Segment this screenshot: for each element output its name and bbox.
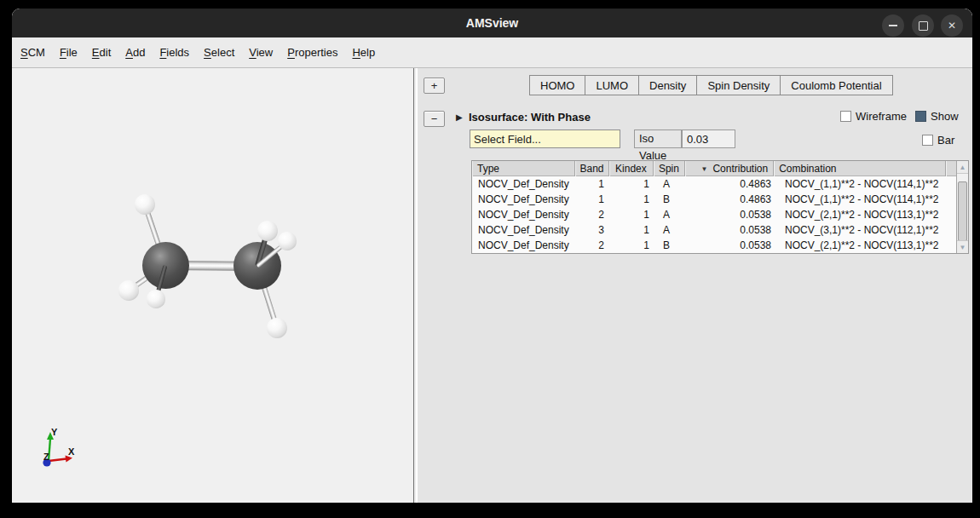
bar-check-group: Bar [922, 134, 954, 147]
cell-combination: NOCV_(2,1)**2 - NOCV(113,1)**2 [778, 207, 953, 222]
wireframe-checkbox[interactable] [840, 111, 851, 122]
atom-H[interactable] [267, 318, 288, 339]
table-row[interactable]: NOCV_Def_Density11A0.4863NOCV_(1,1)**2 -… [472, 176, 956, 192]
view-button-density[interactable]: Density [638, 75, 697, 95]
view-button-homo[interactable]: HOMO [529, 75, 585, 95]
menu-edit[interactable]: Edit [90, 44, 112, 60]
column-header-spin[interactable]: Spin [654, 161, 685, 176]
close-icon: ✕ [948, 20, 956, 32]
axis-triad: Y X Z [27, 409, 104, 477]
cell-band: 2 [577, 238, 611, 253]
column-header-combination[interactable]: Combination [774, 161, 946, 176]
cell-spin: B [656, 238, 688, 253]
cell-type: NOCV_Def_Density [472, 238, 577, 253]
menubar: SCMFileEditAddFieldsSelectViewProperties… [12, 37, 972, 68]
cell-combination: NOCV_(1,1)**2 - NOCV(114,1)**2 [778, 192, 953, 207]
scroll-down-button[interactable]: ▼ [957, 240, 968, 253]
minimize-button[interactable] [882, 14, 904, 37]
main-content: Y X Z + HOMOLUMODensitySpin DensityCoulo… [12, 68, 972, 503]
cell-contribution: 0.0538 [688, 238, 778, 253]
table-row[interactable]: NOCV_Def_Density11B0.4863NOCV_(1,1)**2 -… [472, 192, 956, 207]
atom-H[interactable] [118, 280, 138, 300]
x-axis-line [49, 459, 66, 462]
table-row[interactable]: NOCV_Def_Density31A0.0538NOCV_(3,1)**2 -… [472, 222, 956, 238]
app-window: AMSview ✕ SCMFileEditAddFieldsSelectView… [12, 9, 972, 503]
bar-checkbox[interactable] [922, 135, 933, 146]
menu-view[interactable]: View [247, 44, 274, 60]
atom-H[interactable] [135, 194, 156, 216]
molecule-viewport[interactable]: Y X Z [12, 68, 412, 503]
x-axis-label: X [68, 446, 75, 457]
cell-contribution: 0.4863 [688, 176, 778, 192]
cell-type: NOCV_Def_Density [472, 207, 577, 222]
view-button-spin-density[interactable]: Spin Density [696, 75, 781, 95]
atom-H[interactable] [147, 290, 164, 308]
scroll-down-icon: ▼ [960, 244, 966, 251]
column-label: Band [579, 163, 603, 175]
cell-band: 3 [577, 222, 611, 238]
column-header-contribution[interactable]: ▼Contribution [685, 161, 774, 176]
atom-H[interactable] [257, 221, 279, 242]
fields-panel: + HOMOLUMODensitySpin DensityCoulomb Pot… [418, 68, 972, 503]
menu-properties[interactable]: Properties [285, 44, 339, 60]
table-header: TypeBandKindexSpin▼ContributionCombinati… [472, 161, 956, 176]
maximize-button[interactable] [912, 14, 934, 37]
fields-table: TypeBandKindexSpin▼ContributionCombinati… [471, 160, 969, 254]
scrollbar-thumb[interactable] [958, 181, 967, 241]
cell-combination: NOCV_(2,1)**2 - NOCV(113,1)**2 [778, 238, 953, 253]
show-checkbox[interactable] [915, 111, 926, 122]
column-label: Spin [659, 163, 679, 175]
bar-label: Bar [937, 134, 954, 147]
screen: { "window": { "title": "AMSview", "close… [0, 0, 980, 518]
minimize-icon [889, 25, 897, 26]
select-field-input[interactable] [470, 130, 620, 148]
show-label: Show [931, 110, 959, 123]
table-body: NOCV_Def_Density11A0.4863NOCV_(1,1)**2 -… [472, 176, 956, 253]
table-row[interactable]: NOCV_Def_Density21B0.0538NOCV_(2,1)**2 -… [472, 238, 956, 253]
y-axis-label: Y [51, 427, 58, 437]
menu-select[interactable]: Select [202, 44, 236, 60]
atom-H[interactable] [278, 232, 296, 250]
iso-value-label: Iso Value [634, 130, 682, 148]
cell-kindex: 1 [611, 238, 656, 253]
menu-add[interactable]: Add [124, 44, 147, 60]
cell-spin: B [656, 192, 688, 207]
cell-band: 2 [577, 207, 611, 222]
window-title: AMSview [12, 9, 972, 37]
column-label: Combination [779, 163, 836, 175]
cell-spin: A [656, 207, 688, 222]
menu-file[interactable]: File [58, 44, 79, 60]
menu-scm[interactable]: SCM [19, 44, 47, 60]
wireframe-label: Wireframe [856, 110, 907, 123]
panel-splitter[interactable] [412, 68, 418, 503]
disclosure-triangle-icon[interactable]: ▶ [456, 112, 463, 123]
table-scrollbar[interactable]: ▲ ▼ [956, 161, 968, 253]
cell-spin: A [656, 222, 688, 238]
menu-fields[interactable]: Fields [158, 44, 191, 60]
column-header-type[interactable]: Type [472, 161, 575, 176]
scroll-up-button[interactable]: ▲ [957, 161, 968, 174]
cell-type: NOCV_Def_Density [472, 222, 577, 238]
cell-contribution: 0.0538 [688, 222, 778, 238]
maximize-icon [919, 21, 928, 31]
menu-help[interactable]: Help [350, 44, 377, 60]
cell-kindex: 1 [611, 176, 656, 192]
table-row[interactable]: NOCV_Def_Density21A0.0538NOCV_(2,1)**2 -… [472, 207, 956, 222]
isosurface-section-title: Isosurface: With Phase [469, 111, 591, 124]
cell-contribution: 0.0538 [688, 207, 778, 222]
remove-field-button[interactable]: − [424, 111, 445, 127]
column-header-kindex[interactable]: Kindex [609, 161, 654, 176]
cell-spin: A [656, 176, 688, 192]
column-label: Contribution [712, 163, 768, 175]
view-button-lumo[interactable]: LUMO [585, 75, 639, 95]
scroll-up-icon: ▲ [960, 164, 966, 171]
column-header-band[interactable]: Band [575, 161, 609, 176]
cell-combination: NOCV_(1,1)**2 - NOCV(114,1)**2 [778, 176, 953, 192]
title-bar: AMSview ✕ [12, 9, 972, 37]
add-field-button[interactable]: + [424, 78, 445, 94]
cell-combination: NOCV_(3,1)**2 - NOCV(112,1)**2 [778, 222, 953, 238]
column-label: Kindex [615, 163, 647, 175]
view-button-coulomb-potential[interactable]: Coulomb Potential [780, 75, 892, 95]
iso-value-input[interactable] [682, 130, 735, 148]
close-button[interactable]: ✕ [941, 14, 963, 37]
